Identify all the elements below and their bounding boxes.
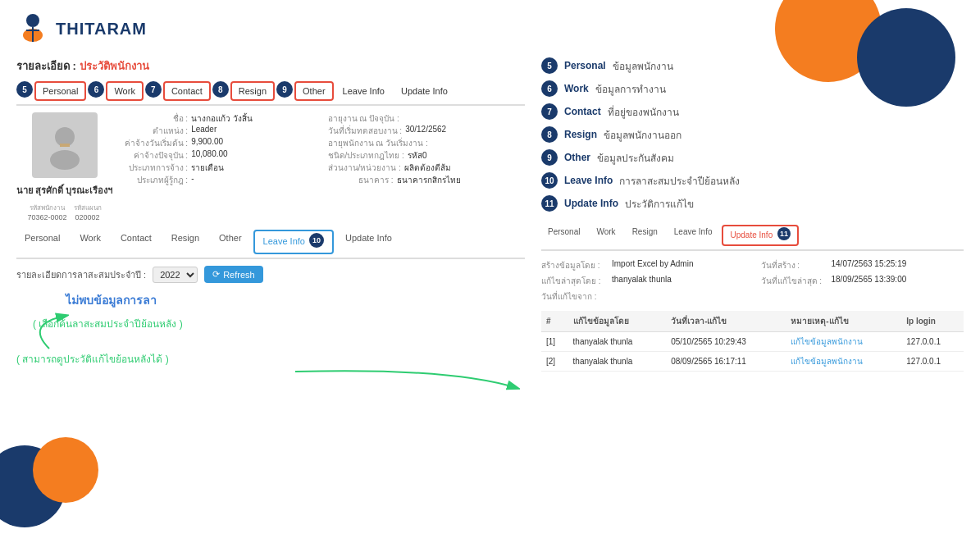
legend-badge-5: 5: [541, 57, 558, 74]
update-tab-leave-info[interactable]: Leave Info: [668, 225, 719, 246]
tab-contact[interactable]: Contact: [163, 81, 211, 101]
update-created-date: วันที่สร้าง : 14/07/2563 15:25:19: [761, 259, 964, 271]
tab2-resign[interactable]: Resign: [163, 230, 207, 254]
refresh-button[interactable]: ⟳ Refresh: [204, 266, 263, 283]
update-section: Personal Work Resign Leave Info Update I…: [541, 225, 964, 372]
tab-badge-8: 8: [212, 81, 229, 98]
leave-header-row: รายละเอียดการลาสะสมประจำปี : 2022 2021 2…: [16, 266, 525, 283]
tab-badge-5: 5: [16, 81, 33, 98]
legend-badge-8: 8: [541, 126, 558, 143]
tab-personal[interactable]: Personal: [34, 81, 86, 101]
left-panel: รายละเอียด : ประวัติพนักงาน 5 Personal 6…: [16, 57, 525, 552]
update-last-edit-date: วันที่แก้ไขล่าสุด : 18/09/2565 13:39:00: [761, 275, 964, 287]
info-row-age-start: อายุพนักงาน ณ วันเริ่มงาน :: [328, 137, 525, 149]
tab-work[interactable]: Work: [106, 81, 143, 101]
emp-code-block-1: รหัสพนักงาน 70362-0002: [28, 203, 67, 221]
col-ip: Ip login: [901, 311, 964, 332]
tab2-work[interactable]: Work: [71, 230, 108, 254]
right-panel: 5 Personal ข้อมูลพนักงาน 6 Work ข้อมูลกา…: [541, 57, 964, 552]
legend-item-8: 8 Resign ข้อมูลพนักงานออก: [541, 126, 964, 143]
cell-by: thanyalak thunla: [568, 332, 667, 352]
update-tab-badge-11: 11: [777, 227, 791, 240]
leave-title: รายละเอียดการลาสะสมประจำปี :: [16, 267, 146, 282]
tab-leave-info-top[interactable]: Leave Info: [335, 82, 392, 100]
table-row: [2] thanyalak thunla 08/09/2565 16:17:11…: [541, 352, 964, 372]
second-tabs-row: Personal Work Contact Resign Other Leave…: [16, 230, 525, 259]
tab2-leave-badge: 10: [309, 233, 324, 248]
tab2-leave-info[interactable]: Leave Info 10: [253, 230, 334, 254]
emp-code-block-2: รหัสแผนก 020002: [74, 203, 102, 221]
info-col-left: ชื่อ : นางกอแก้ว วังสิ้น ตำแหน่ง : Leade…: [122, 112, 319, 186]
employee-card: นาย สุรศักดิ์ บุรณะเรืองฯ รหัสพนักงาน 70…: [16, 112, 525, 221]
update-tab-update-info[interactable]: Update Info 11: [722, 225, 798, 246]
legend-item-11: 11 Update Info ประวัติการแก้ไข: [541, 195, 964, 212]
history-table: # แก้ไขข้อมูลโดย วันที่เวลา-แก้ไข หมายเห…: [541, 311, 964, 372]
svg-rect-6: [60, 144, 70, 147]
update-tab-resign[interactable]: Resign: [626, 225, 664, 246]
cell-date: 08/09/2565 16:17:11: [666, 352, 786, 372]
col-index: #: [541, 311, 568, 332]
update-tabs: Personal Work Resign Leave Info Update I…: [541, 225, 964, 251]
info-col-right: อายุงาน ณ ปัจจุบัน : วันที่เริ่มทดสอบงาน…: [328, 112, 525, 186]
cell-note: แก้ไขข้อมูลพนักงาน: [786, 352, 901, 372]
annotation-text-2: ( สามารถดูประวัติแก้ไขย้อนหลังได้ ): [16, 354, 169, 365]
tab-other[interactable]: Other: [294, 81, 334, 101]
cell-by: thanyalak thunla: [568, 352, 667, 372]
info-row-rule-type: ประเภทผู้รู้กฎ : -: [122, 174, 319, 186]
update-last-edit-by: แก้ไขล่าสุดโดย : thanyalak thunla: [541, 275, 745, 287]
update-edit-from: วันที่แก้ไขจาก :: [541, 290, 745, 303]
annotation-area-2: ( สามารถดูประวัติแก้ไขย้อนหลังได้ ): [16, 351, 525, 367]
info-row-start-wage: ค่าจ้างวันเริ่มต้น : 9,900.00: [122, 137, 319, 149]
update-info-grid: สร้างข้อมูลโดย : Import Excel by Admin ว…: [541, 259, 964, 303]
tab2-other[interactable]: Other: [211, 230, 250, 254]
logo-icon: [16, 12, 49, 45]
tab-resign[interactable]: Resign: [230, 81, 275, 101]
cell-note: แก้ไขข้อมูลพนักงาน: [786, 332, 901, 352]
tab-badge-6: 6: [88, 81, 104, 98]
logo: THITARAM: [16, 12, 147, 45]
avatar-section: นาย สุรศักดิ์ บุรณะเรืองฯ รหัสพนักงาน 70…: [16, 112, 112, 221]
tab-badge-7: 7: [145, 81, 162, 98]
table-row: [1] thanyalak thunla 05/10/2565 10:29:43…: [541, 332, 964, 352]
legend-badge-11: 11: [541, 195, 558, 212]
info-row-bank: ธนาคาร : ธนาคารกสิกรไทย: [328, 174, 525, 186]
info-grid: ชื่อ : นางกอแก้ว วังสิ้น ตำแหน่ง : Leade…: [122, 112, 525, 221]
no-data-message: ไม่พบข้อมูลการลา: [66, 291, 525, 309]
svg-point-5: [50, 150, 80, 170]
year-select[interactable]: 2022 2021 2020: [153, 267, 198, 283]
svg-point-0: [26, 14, 39, 27]
legend-badge-9: 9: [541, 149, 558, 166]
arrow-svg-2: [287, 363, 533, 404]
info-row-current-wage: ค่าจ้างปัจจุบัน : 10,080.00: [122, 149, 319, 162]
legend-list: 5 Personal ข้อมูลพนักงาน 6 Work ข้อมูลกา…: [541, 57, 964, 212]
emp-codes: รหัสพนักงาน 70362-0002 รหัสแผนก 020002: [28, 203, 102, 221]
info-row-name: ชื่อ : นางกอแก้ว วังสิ้น: [122, 112, 319, 125]
update-created-by: สร้างข้อมูลโดย : Import Excel by Admin: [541, 259, 745, 271]
cell-ip: 127.0.0.1: [901, 332, 964, 352]
info-row-start-date: วันที่เริ่มทดสอบงาน : 30/12/2562: [328, 125, 525, 137]
info-row-age-current: อายุงาน ณ ปัจจุบัน :: [328, 112, 525, 125]
emp-name: นาย สุรศักดิ์ บุรณะเรืองฯ: [16, 183, 112, 198]
legend-item-5: 5 Personal ข้อมูลพนักงาน: [541, 57, 964, 74]
info-row-position: ตำแหน่ง : Leader: [122, 125, 319, 137]
legend-item-9: 9 Other ข้อมูลประกันสังคม: [541, 149, 964, 166]
tab2-update-info[interactable]: Update Info: [337, 230, 400, 254]
main-content: รายละเอียด : ประวัติพนักงาน 5 Personal 6…: [0, 57, 980, 552]
cell-index: [1]: [541, 332, 568, 352]
tab-update-info-top[interactable]: Update Info: [394, 82, 455, 100]
tab2-personal[interactable]: Personal: [16, 230, 68, 254]
annotation-area: ( เลือกค้นลาสะสมประจำปีย้อนหลัง ) ( สามา…: [16, 316, 525, 367]
legend-item-7: 7 Contact ที่อยู่ของพนักงาน: [541, 103, 964, 120]
tab-badge-9: 9: [276, 81, 293, 98]
update-tab-work[interactable]: Work: [590, 225, 622, 246]
update-tab-personal[interactable]: Personal: [541, 225, 586, 246]
refresh-icon: ⟳: [212, 269, 220, 280]
info-row-emp-type: ประเภทการจ้าง : รายเดือน: [122, 162, 319, 174]
top-tabs-row: 5 Personal 6 Work 7 Contact 8 Resign 9 O…: [16, 81, 525, 106]
legend-item-10: 10 Leave Info การลาสะสมประจำปีย้อนหลัง: [541, 172, 964, 189]
tab2-contact[interactable]: Contact: [112, 230, 160, 254]
col-by: แก้ไขข้อมูลโดย: [568, 311, 667, 332]
avatar-svg: [40, 121, 89, 170]
logo-text: THITARAM: [56, 20, 147, 39]
history-table-header: # แก้ไขข้อมูลโดย วันที่เวลา-แก้ไข หมายเห…: [541, 311, 964, 332]
